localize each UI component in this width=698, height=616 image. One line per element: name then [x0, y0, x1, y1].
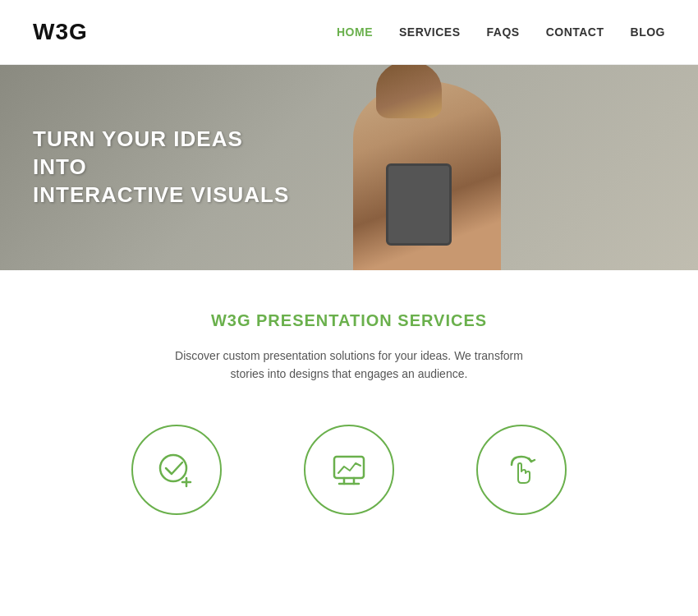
nav-contact[interactable]: CONTACT: [546, 25, 604, 39]
hero-section: TURN YOUR IDEAS INTO INTERACTIVE VISUALS: [0, 65, 698, 270]
services-section: W3G PRESENTATION SERVICES Discover custo…: [0, 270, 698, 564]
icon-check-plus: [131, 425, 222, 515]
nav-home[interactable]: HOME: [337, 25, 373, 39]
main-nav: HOME SERVICES FAQS CONTACT BLOG: [337, 25, 665, 39]
svg-rect-3: [334, 457, 364, 478]
site-header: W3G HOME SERVICES FAQS CONTACT BLOG: [0, 0, 698, 65]
nav-services[interactable]: SERVICES: [399, 25, 461, 39]
chart-monitor-icon: [328, 448, 370, 491]
person-hair: [376, 65, 442, 118]
svg-point-0: [160, 455, 186, 481]
icons-row: [33, 425, 665, 531]
hero-person: [337, 65, 517, 270]
services-title: W3G PRESENTATION SERVICES: [33, 311, 665, 330]
nav-blog[interactable]: BLOG: [631, 25, 665, 39]
icon-chart: [304, 425, 394, 515]
touch-refresh-icon: [500, 448, 543, 491]
hero-text: TURN YOUR IDEAS INTO INTERACTIVE VISUALS: [33, 126, 296, 209]
hero-headline: TURN YOUR IDEAS INTO INTERACTIVE VISUALS: [33, 126, 296, 209]
check-plus-icon: [155, 448, 198, 491]
logo[interactable]: W3G: [33, 19, 88, 45]
icon-touch-refresh: [476, 425, 567, 515]
person-tablet: [386, 163, 452, 246]
services-description: Discover custom presentation solutions f…: [168, 347, 530, 384]
nav-faqs[interactable]: FAQS: [487, 25, 520, 39]
